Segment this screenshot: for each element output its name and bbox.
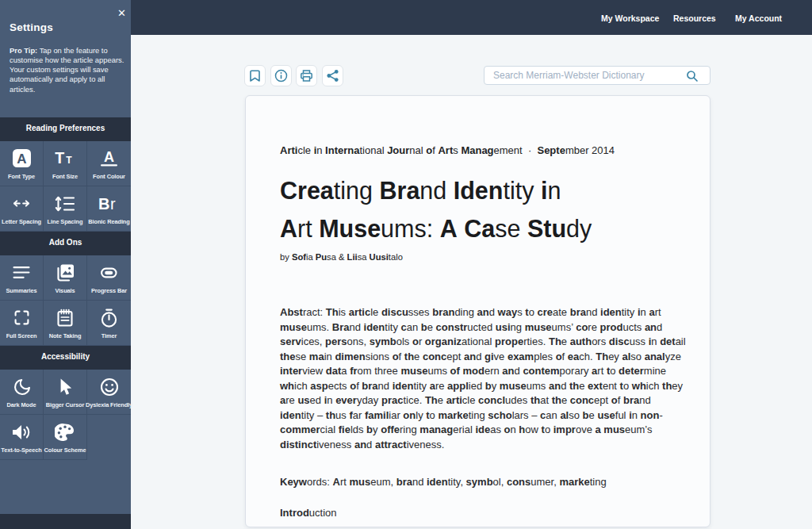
svg-text:r: r [110,195,116,213]
svg-text:A: A [17,151,26,167]
svg-text:A: A [104,149,114,165]
svg-text:T: T [55,149,64,167]
svg-text:T: T [66,155,72,166]
svg-text:B: B [98,195,109,213]
